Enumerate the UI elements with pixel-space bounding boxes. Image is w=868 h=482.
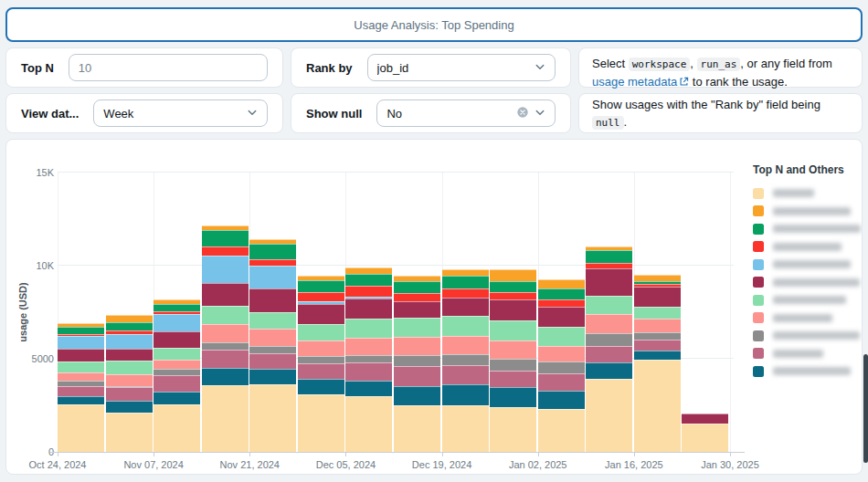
bar-segment[interactable] <box>586 296 632 314</box>
vertical-scrollbar-thumb[interactable] <box>863 354 868 463</box>
bar-segment[interactable] <box>58 372 104 381</box>
bar-segment[interactable] <box>298 379 344 394</box>
bar-segment[interactable] <box>345 286 392 297</box>
bar-segment[interactable] <box>490 292 536 299</box>
bar-segment[interactable] <box>490 281 536 292</box>
clear-icon[interactable] <box>516 106 529 121</box>
bar-segment[interactable] <box>442 384 489 405</box>
bar-segment[interactable] <box>490 269 536 281</box>
bar-segment[interactable] <box>202 283 249 306</box>
bar-segment[interactable] <box>634 332 681 340</box>
stacked-bar-week-of-jan-09[interactable] <box>586 246 632 452</box>
dashboard-title-widget[interactable]: Usage Analysis: Top Spending <box>5 7 863 42</box>
bar-segment[interactable] <box>153 392 200 403</box>
bar-segment[interactable] <box>202 368 249 384</box>
legend-item[interactable] <box>753 274 861 292</box>
bar-segment[interactable] <box>394 281 440 293</box>
bar-segment[interactable] <box>634 360 681 452</box>
bar-segment[interactable] <box>153 331 200 348</box>
stacked-bar-week-of-nov-14[interactable] <box>202 225 249 452</box>
bar-segment[interactable] <box>634 351 681 360</box>
bar-segment[interactable] <box>298 394 344 452</box>
bar-segment[interactable] <box>538 299 585 307</box>
stacked-bar-week-of-dec-05[interactable] <box>345 267 392 452</box>
bar-segment[interactable] <box>106 413 153 452</box>
top-n-input[interactable]: 10 <box>69 54 268 81</box>
bar-segment[interactable] <box>58 349 104 362</box>
legend-item[interactable] <box>753 256 861 274</box>
bar-segment[interactable] <box>442 354 489 365</box>
bar-segment[interactable] <box>394 405 440 452</box>
bar-segment[interactable] <box>153 360 200 369</box>
bar-segment[interactable] <box>202 350 249 368</box>
bar-segment[interactable] <box>58 362 104 372</box>
bar-segment[interactable] <box>106 315 153 322</box>
bar-segment[interactable] <box>202 246 249 256</box>
bar-segment[interactable] <box>58 396 104 403</box>
stacked-bar-week-of-nov-07[interactable] <box>153 299 200 452</box>
bar-segment[interactable] <box>490 320 536 341</box>
bar-segment[interactable] <box>249 259 296 266</box>
bar-segment[interactable] <box>586 379 632 452</box>
bar-segment[interactable] <box>538 327 585 347</box>
bar-segment[interactable] <box>538 307 585 327</box>
bar-segment[interactable] <box>634 287 681 307</box>
bar-segment[interactable] <box>298 324 344 341</box>
legend-item[interactable] <box>753 203 861 221</box>
bar-segment[interactable] <box>298 292 344 301</box>
stacked-bar-week-of-oct-24[interactable] <box>58 323 104 452</box>
bar-segment[interactable] <box>490 359 536 371</box>
bar-segment[interactable] <box>538 346 585 362</box>
legend-item[interactable] <box>753 345 861 363</box>
bar-segment[interactable] <box>538 373 585 390</box>
legend-item[interactable] <box>753 362 861 381</box>
bar-segment[interactable] <box>298 363 344 379</box>
bar-segment[interactable] <box>106 349 153 361</box>
bar-segment[interactable] <box>490 407 536 452</box>
bar-segment[interactable] <box>249 353 296 369</box>
stacked-bar-week-of-jan-02[interactable] <box>538 279 585 452</box>
bar-segment[interactable] <box>249 266 296 288</box>
bar-segment[interactable] <box>345 267 392 274</box>
bar-segment[interactable] <box>202 324 249 342</box>
bar-segment[interactable] <box>345 338 392 354</box>
bar-segment[interactable] <box>345 274 392 286</box>
legend-item[interactable] <box>753 327 861 345</box>
bar-segment[interactable] <box>682 414 728 424</box>
bar-segment[interactable] <box>490 341 536 359</box>
bar-segment[interactable] <box>345 319 392 339</box>
bar-segment[interactable] <box>345 381 392 396</box>
stacked-bar-week-of-dec-26[interactable] <box>490 269 536 452</box>
bar-segment[interactable] <box>394 318 440 338</box>
bar-segment[interactable] <box>442 276 489 288</box>
bar-segment[interactable] <box>682 424 728 452</box>
usage-metadata-link[interactable]: usage metadata <box>592 75 677 89</box>
bar-segment[interactable] <box>202 342 249 350</box>
bar-segment[interactable] <box>490 371 536 387</box>
bar-segment[interactable] <box>153 369 200 375</box>
rank-by-select[interactable]: job_id <box>367 54 556 81</box>
bar-segment[interactable] <box>538 391 585 409</box>
bar-segment[interactable] <box>634 275 681 281</box>
stacked-bar-week-of-jan-23[interactable] <box>682 414 728 452</box>
bar-segment[interactable] <box>490 387 536 407</box>
stacked-bar-week-of-dec-19[interactable] <box>442 269 489 452</box>
bar-segment[interactable] <box>586 314 632 334</box>
bar-segment[interactable] <box>106 361 153 374</box>
bar-segment[interactable] <box>58 386 104 397</box>
bar-segment[interactable] <box>298 341 344 356</box>
bar-segment[interactable] <box>153 404 200 452</box>
bar-segment[interactable] <box>345 299 392 319</box>
bar-segment[interactable] <box>153 314 200 330</box>
bar-segment[interactable] <box>153 348 200 360</box>
bar-segment[interactable] <box>249 346 296 353</box>
bar-segment[interactable] <box>58 404 104 452</box>
bar-segment[interactable] <box>106 387 153 401</box>
bar-segment[interactable] <box>249 244 296 259</box>
bar-segment[interactable] <box>153 304 200 311</box>
bar-segment[interactable] <box>394 366 440 386</box>
bar-segment[interactable] <box>202 385 249 452</box>
bar-segment[interactable] <box>586 346 632 362</box>
bar-segment[interactable] <box>442 405 489 452</box>
bar-segment[interactable] <box>586 268 632 296</box>
